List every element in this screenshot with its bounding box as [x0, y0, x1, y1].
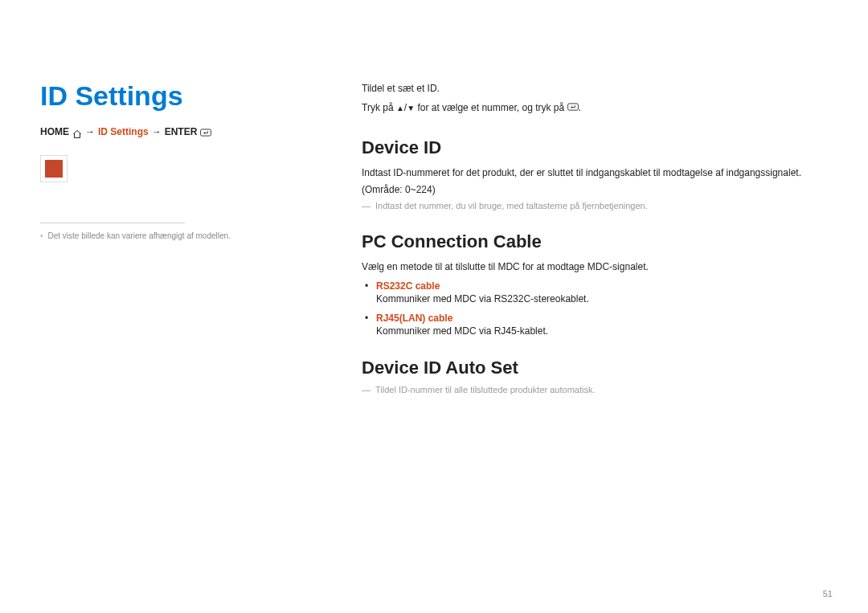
opt-rs232c-title: RS232C cable [376, 280, 440, 292]
device-id-note-text: Indtast det nummer, du vil bruge, med ta… [375, 201, 648, 210]
opt-rj45-title: RJ45(LAN) cable [376, 313, 452, 324]
list-item: RS232C cable Kommuniker med MDC via RS23… [376, 280, 828, 304]
crumb-home: HOME [40, 126, 69, 137]
crumb-id-settings: ID Settings [98, 126, 149, 137]
intro-line2c: . [579, 102, 581, 113]
pc-conn-options: RS232C cable Kommuniker med MDC via RS23… [362, 280, 828, 337]
thumbnail-swatch [45, 160, 63, 178]
arrow-down-icon: ▼ [407, 104, 415, 112]
page-container: ID Settings HOME → ID Settings → ENTER D… [40, 80, 828, 398]
heading-pc-connection: PC Connection Cable [362, 231, 828, 252]
arrow-up-icon: ▲ [396, 104, 404, 112]
device-id-note: ― Indtast det nummer, du vil bruge, med … [362, 201, 828, 210]
model-footnote: Det viste billede kan variere afhængigt … [40, 231, 330, 240]
intro-line1: Tildel et sæt et ID. [362, 80, 828, 96]
pc-conn-body: Vælg en metode til at tilslutte til MDC … [362, 259, 828, 275]
heading-device-id: Device ID [362, 137, 828, 158]
intro-line2b: for at vælge et nummer, og tryk på [417, 102, 564, 113]
opt-rs232c-desc: Kommuniker med MDC via RS232C-stereokabl… [376, 293, 828, 304]
divider [40, 223, 185, 223]
heading-auto-set: Device ID Auto Set [362, 358, 828, 378]
enter-icon [200, 126, 211, 137]
right-column: Tildel et sæt et ID. Tryk på ▲/▼ for at … [362, 80, 828, 398]
page-number: 51 [823, 589, 833, 599]
device-id-body: Indtast ID-nummeret for det produkt, der… [362, 165, 828, 198]
intro-line2a: Tryk på [362, 102, 394, 113]
crumb-enter: ENTER [165, 126, 198, 137]
thumbnail-box [40, 155, 68, 182]
dash-icon: ― [362, 385, 371, 394]
enter-icon-inline [567, 100, 579, 116]
left-column: ID Settings HOME → ID Settings → ENTER D… [40, 80, 330, 398]
list-item: RJ45(LAN) cable Kommuniker med MDC via R… [376, 313, 828, 337]
svg-rect-0 [201, 129, 211, 136]
dash-icon: ― [362, 201, 371, 210]
auto-set-note: ― Tildel ID-nummer til alle tilsluttede … [362, 385, 828, 394]
svg-rect-1 [567, 104, 578, 110]
auto-set-note-text: Tildel ID-nummer til alle tilsluttede pr… [375, 385, 595, 394]
crumb-arrow-1: → [85, 126, 95, 137]
intro-line2: Tryk på ▲/▼ for at vælge et nummer, og t… [362, 100, 828, 116]
opt-rj45-desc: Kommuniker med MDC via RJ45-kablet. [376, 325, 828, 337]
breadcrumb: HOME → ID Settings → ENTER [40, 126, 330, 137]
crumb-arrow-2: → [152, 126, 162, 137]
page-title: ID Settings [40, 80, 330, 112]
home-icon [72, 128, 82, 136]
